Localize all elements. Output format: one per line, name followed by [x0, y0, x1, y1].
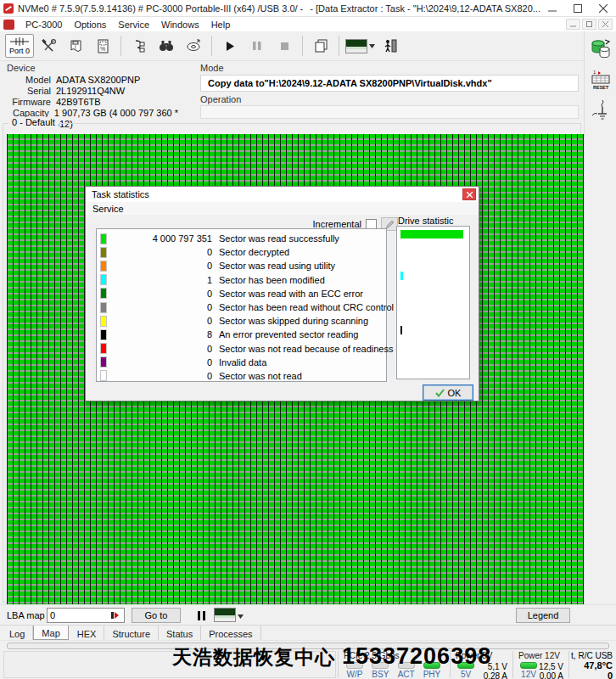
drive-stat-panel — [396, 226, 470, 379]
pause-icon — [198, 611, 205, 620]
svg-text:%: % — [100, 46, 105, 52]
minimize-button[interactable] — [540, 0, 565, 17]
statistic-row: 4 000 797 351 Sector was read successful… — [97, 232, 386, 245]
device-field-label: Firmware — [7, 97, 56, 108]
tab[interactable]: Structure — [104, 626, 159, 640]
statistic-label: Sector was read using utility — [212, 261, 335, 271]
oscilloscope-probe-button[interactable] — [588, 98, 613, 123]
task-info-button[interactable]: i — [63, 34, 88, 58]
stop-button[interactable] — [272, 34, 297, 58]
indicator-light — [372, 662, 389, 669]
tab[interactable]: Status — [159, 626, 201, 640]
tab[interactable]: Processes — [201, 626, 260, 640]
statistic-value: 0 — [107, 302, 212, 312]
database-copy-button[interactable] — [588, 36, 613, 62]
pcie-panel: PCIe 2.5 Gbps W/P BSY ACT PHY — [338, 651, 448, 678]
statistic-value: 0 — [107, 247, 212, 257]
exit-task-button[interactable] — [378, 34, 403, 58]
title-bar: NVMe0 # 7.5.9(7.5.9.14136) # PC-3000 Por… — [0, 0, 616, 17]
mdi-controls — [566, 19, 616, 30]
window-title-suffix: - [Data Extractor : Task - "H:\2024\9,12… — [310, 3, 540, 14]
map-view-dropdown[interactable] — [344, 34, 376, 58]
device-field-row: Firmware 42B9T6TB — [7, 97, 193, 108]
maximize-button[interactable] — [565, 0, 591, 17]
menu-item[interactable]: Help — [205, 19, 237, 31]
statistics-report-button[interactable]: % — [90, 34, 115, 58]
disk-image-button[interactable] — [181, 34, 206, 58]
toolbar-separator — [211, 36, 212, 56]
reset-statistics-button[interactable]: 1RESET — [588, 67, 613, 93]
goto-button[interactable]: Go to — [132, 608, 181, 623]
status-color-chip — [100, 247, 107, 258]
map-style-dropdown[interactable] — [214, 608, 244, 622]
pause-button[interactable] — [244, 34, 270, 58]
temperature-label: t, R/C USB — [569, 651, 613, 660]
port0-button[interactable]: Port 0 — [5, 34, 34, 58]
close-button[interactable] — [591, 0, 616, 17]
status-color-chip — [100, 316, 107, 327]
tab-label: HEX — [77, 629, 97, 639]
tab-label: Log — [9, 629, 25, 639]
status-color-chip — [100, 302, 107, 313]
stop-icon — [280, 42, 289, 51]
scroll-info-icon: i — [69, 39, 83, 53]
statistics-list: 4 000 797 351 Sector was read successful… — [96, 228, 387, 382]
port0-label: Port 0 — [9, 47, 30, 55]
legend-button-label: Legend — [528, 610, 559, 620]
tab[interactable]: Map — [33, 626, 68, 640]
lba-map-label: LBA map — [7, 610, 45, 620]
menu-item[interactable]: Options — [68, 19, 112, 31]
status-color-chip — [100, 261, 107, 272]
mdi-restore-icon[interactable] — [582, 19, 596, 30]
adapter-button[interactable] — [126, 34, 152, 58]
menu-item[interactable]: PC-3000 — [20, 19, 68, 31]
device-field-value: ADATA SX8200PNP — [56, 75, 140, 86]
statistic-label: Sector was read successfully — [212, 233, 339, 244]
legend-button[interactable]: Legend — [516, 608, 570, 623]
map-pause-button[interactable] — [193, 609, 209, 623]
mdi-close-icon[interactable] — [598, 19, 613, 30]
tab[interactable]: Log — [2, 626, 33, 640]
tab[interactable]: HEX — [70, 626, 105, 640]
status-indicator: W/P — [344, 662, 366, 679]
drive-statistic-label: Drive statistic — [398, 216, 453, 226]
lba-input[interactable] — [48, 609, 109, 621]
statistic-row: 1 Sector has been modified — [97, 273, 386, 287]
mdi-minimize-icon[interactable] — [566, 19, 580, 30]
utility-tools-button[interactable] — [36, 34, 61, 58]
search-button[interactable] — [154, 34, 179, 58]
menu-item[interactable]: Windows — [155, 19, 205, 31]
map-thumbnail-icon — [214, 608, 236, 622]
window-title-prefix: NVMe0 # 7.5.9(7.5.9.14136) # PC-3000 Por… — [18, 3, 303, 14]
lba-bar: LBA map Go to Legend — [0, 604, 616, 625]
ok-button[interactable]: OK — [423, 384, 473, 401]
app-icon — [3, 3, 14, 14]
drive-stat-bar — [400, 272, 403, 280]
device-group: Device Model ADATA SX8200PNP Serial 2L19… — [7, 63, 193, 119]
info-panel: Device Model ADATA SX8200PNP Serial 2L19… — [0, 61, 584, 117]
device-group-label: Device — [7, 63, 193, 73]
dialog-close-button[interactable] — [462, 188, 476, 200]
device-field-row: Model ADATA SX8200PNP — [7, 75, 193, 86]
menu-item[interactable]: Service — [112, 19, 155, 31]
check-icon — [435, 389, 445, 397]
lba-goto-icon[interactable] — [109, 610, 120, 620]
statistic-value: 0 — [107, 261, 212, 271]
statistic-row: 0 Sector was read with an ECC error — [97, 287, 386, 300]
pcie-label: PCIe 2.5 Gbps — [339, 651, 448, 660]
right-tool-rail: 1RESET — [584, 31, 616, 604]
tab-label: Structure — [112, 629, 150, 639]
chevron-down-icon — [238, 610, 244, 620]
toolbar-separator — [339, 36, 339, 56]
window-title: NVMe0 # 7.5.9(7.5.9.14136) # PC-3000 Por… — [18, 3, 540, 14]
start-button[interactable] — [217, 34, 243, 58]
copy-layers-button[interactable] — [308, 34, 333, 58]
dialog-menu-service[interactable]: Service — [86, 204, 131, 214]
ok-button-label: OK — [448, 388, 462, 398]
status-color-chip — [100, 370, 107, 381]
statistic-value: 0 — [107, 289, 212, 299]
power-5v-panel: Power 5V 5V 5,1 V 0,28 A — [450, 651, 511, 678]
progress-bar — [7, 643, 609, 649]
menu-item-label: Options — [74, 20, 106, 30]
close-icon — [467, 192, 473, 198]
